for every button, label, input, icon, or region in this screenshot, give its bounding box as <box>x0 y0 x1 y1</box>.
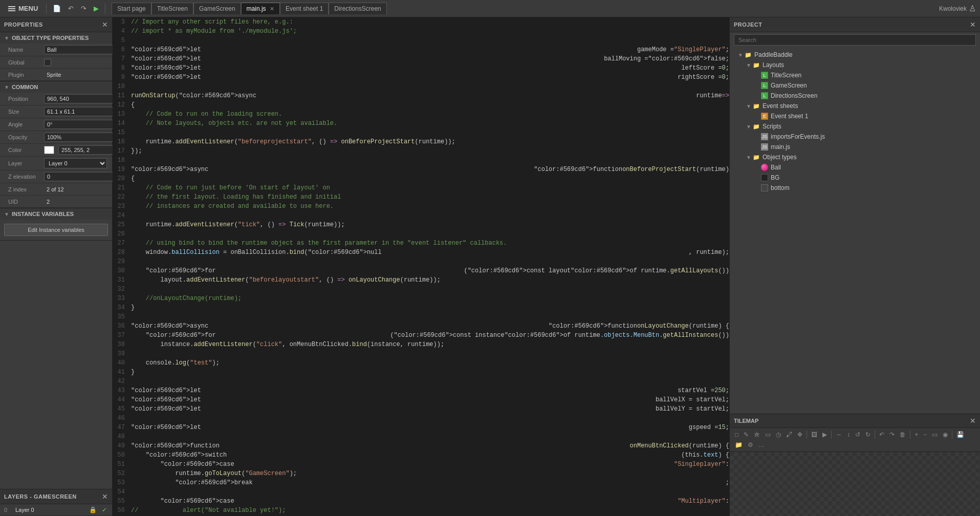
project-search-input[interactable] <box>734 34 976 46</box>
tab-titlescreen[interactable]: TitleScreen <box>151 3 193 14</box>
line-number: 47 <box>113 423 131 432</box>
tilemap-zoomreset-btn[interactable]: ◉ <box>941 430 950 439</box>
project-close-button[interactable]: ✕ <box>970 20 976 29</box>
zindex-row: Z index 2 of 12 <box>0 183 112 196</box>
tilemap-more-btn[interactable]: … <box>756 440 767 449</box>
hamburger-icon <box>8 6 15 11</box>
menu-button[interactable]: MENU <box>4 4 42 13</box>
properties-close-button[interactable]: ✕ <box>102 20 108 29</box>
tilemap-move-btn[interactable]: ✥ <box>795 430 804 439</box>
main-layout: PROPERTIES ✕ ▼ OBJECT TYPE PROPERTIES Na… <box>0 17 980 516</box>
code-line: 42 <box>113 377 729 386</box>
redo-button[interactable]: ↷ <box>79 4 89 13</box>
tilemap-delete-btn[interactable]: 🗑 <box>898 430 908 439</box>
tilemap-rotater-btn[interactable]: ↻ <box>863 430 873 439</box>
tilemap-eraser-btn[interactable]: ⛤ <box>752 430 762 439</box>
zelevation-input[interactable] <box>44 172 121 181</box>
tilemap-undo-btn[interactable]: ↶ <box>877 430 886 439</box>
undo-button[interactable]: ↶ <box>66 4 76 13</box>
tab-directionsscreen[interactable]: DirectionsScreen <box>329 3 386 14</box>
tree-gamescreen[interactable]: ▶ L GameScreen <box>730 80 980 91</box>
edit-instance-variables-button[interactable]: Edit Instance variables <box>4 224 108 236</box>
layer-visible-button[interactable]: ✓ <box>101 506 108 513</box>
code-line: 13 // Code to run on the loading screen. <box>113 110 729 119</box>
tree-eventsheet1[interactable]: ▶ E Event sheet 1 <box>730 111 980 121</box>
tilemap-fill-btn[interactable]: ◷ <box>774 430 783 439</box>
line-number: 12 <box>113 100 131 110</box>
tilemap-pencil-btn[interactable]: ✎ <box>742 430 751 439</box>
tilemap-shape-btn[interactable]: ▭ <box>763 430 773 439</box>
tilemap-rotatel-btn[interactable]: ↺ <box>853 430 862 439</box>
tilemap-picker-btn[interactable]: 🖍 <box>784 430 794 439</box>
close-tab-mainjs[interactable]: ✕ <box>270 6 274 12</box>
tree-bottom[interactable]: ▶ bottom <box>730 183 980 193</box>
color-swatch[interactable] <box>44 146 54 154</box>
tree-importsforevents[interactable]: ▶ JS importsForEvents.js <box>730 132 980 142</box>
tilemap-open-btn[interactable]: 📁 <box>733 440 745 449</box>
instance-variables-section-header[interactable]: ▼ INSTANCE VARIABLES <box>0 208 112 220</box>
tilemap-anim-btn[interactable]: ▶ <box>820 430 829 439</box>
code-line: 46 <box>113 414 729 423</box>
size-row: Size <box>0 105 112 118</box>
name-input[interactable] <box>44 45 121 54</box>
tree-ball[interactable]: ▶ Ball <box>730 162 980 173</box>
new-button[interactable]: 📄 <box>51 4 63 13</box>
opacity-input[interactable] <box>44 133 121 142</box>
tilemap-zoomin-btn[interactable]: + <box>912 430 920 439</box>
line-number: 32 <box>113 285 131 294</box>
line-number: 33 <box>113 294 131 303</box>
tilemap-fliph-btn[interactable]: ↔ <box>834 430 844 439</box>
tree-directionsscreen[interactable]: ▶ L DirectionsScreen <box>730 91 980 101</box>
size-input[interactable] <box>44 107 121 116</box>
object-type-section-header[interactable]: ▼ OBJECT TYPE PROPERTIES <box>0 32 112 44</box>
tilemap-save-btn[interactable]: 💾 <box>954 430 966 439</box>
code-line: 55 "color:#569cd6">case "Multiplayer": <box>113 497 729 506</box>
layers-close-button[interactable]: ✕ <box>102 492 108 501</box>
tilemap-select-btn[interactable]: □ <box>733 430 741 439</box>
uid-value: 2 <box>44 198 52 206</box>
username-label: Kwoloviek <box>939 5 967 12</box>
code-line: 50 "color:#569cd6">switch (this.text) { <box>113 450 729 460</box>
line-content: // Code to run on the loading screen. <box>131 110 729 119</box>
tilemap-zoomout-btn[interactable]: − <box>921 430 929 439</box>
tree-eventsheets[interactable]: ▼ 📁 Event sheets <box>730 101 980 111</box>
tab-gamescreen[interactable]: GameScreen <box>193 3 241 14</box>
tilemap-img-btn[interactable]: 🖼 <box>809 430 819 439</box>
tree-root[interactable]: ▼ 📁 PaddleBaddle <box>730 50 980 60</box>
line-content <box>131 128 729 137</box>
tree-titlescreen[interactable]: ▶ L TitleScreen <box>730 70 980 80</box>
line-content: runtime.addEventListener("tick", () => T… <box>131 220 729 229</box>
line-number: 3 <box>113 17 131 27</box>
common-section-header[interactable]: ▼ COMMON <box>0 81 112 93</box>
global-checkbox[interactable] <box>44 59 51 66</box>
tree-mainjs[interactable]: ▶ JS main.js <box>730 142 980 152</box>
layer-select[interactable]: Layer 0 <box>44 158 107 168</box>
tree-layouts[interactable]: ▼ 📁 Layouts <box>730 60 980 70</box>
tab-mainjs[interactable]: main.js ✕ <box>241 3 280 14</box>
tilemap-zoomfit-btn[interactable]: ▭ <box>930 430 940 439</box>
line-content: window.ballCollision = onBallCollision.b… <box>131 248 689 257</box>
ball-icon <box>760 163 769 171</box>
tree-bg[interactable]: ▶ BG <box>730 173 980 183</box>
line-content: layout.addEventListener("beforelayoutsta… <box>131 275 729 285</box>
line-content: "color:#569cd6">function <box>131 441 630 450</box>
tree-objecttypes-label: Object types <box>763 154 797 161</box>
angle-input[interactable] <box>44 120 121 129</box>
line-content: // import * as myModule from './mymodule… <box>131 27 729 36</box>
line-content: "color:#569cd6">let <box>131 404 656 414</box>
layer-lock-button[interactable]: 🔒 <box>88 506 98 513</box>
tilemap-redo-btn[interactable]: ↷ <box>887 430 897 439</box>
code-line: 43 "color:#569cd6">let startVel = 250; <box>113 386 729 395</box>
line-number: 17 <box>113 146 131 156</box>
tilemap-close-button[interactable]: ✕ <box>970 417 976 425</box>
tilemap-settings-btn[interactable]: ⚙ <box>746 440 755 449</box>
tree-objecttypes[interactable]: ▼ 📁 Object types <box>730 152 980 162</box>
tree-scripts[interactable]: ▼ 📁 Scripts <box>730 121 980 132</box>
tilemap-flipv-btn[interactable]: ↕ <box>845 430 852 439</box>
line-content: "color:#569cd6">case <box>131 460 674 469</box>
position-input[interactable] <box>44 94 121 103</box>
run-button[interactable]: ▶ <box>92 4 101 13</box>
tab-eventsheet1[interactable]: Event sheet 1 <box>280 3 329 14</box>
tab-start[interactable]: Start page <box>112 3 151 14</box>
code-editor[interactable]: 3 // Import any other script files here,… <box>113 17 729 516</box>
